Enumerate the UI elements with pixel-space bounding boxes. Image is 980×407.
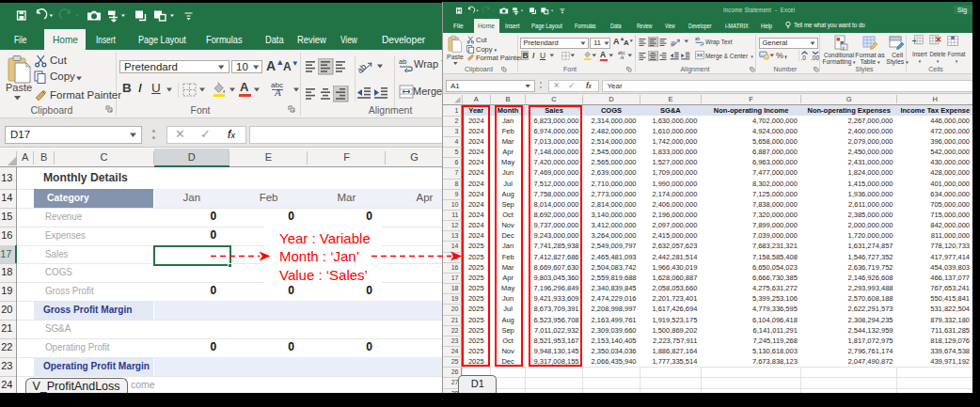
svg-text:.0: .0	[801, 55, 807, 61]
svg-text:A: A	[619, 54, 624, 60]
svg-text:x: x	[841, 44, 845, 50]
svg-text:ab: ab	[399, 57, 406, 66]
svg-text:A: A	[274, 86, 281, 97]
svg-text:ab: ab	[695, 37, 701, 41]
